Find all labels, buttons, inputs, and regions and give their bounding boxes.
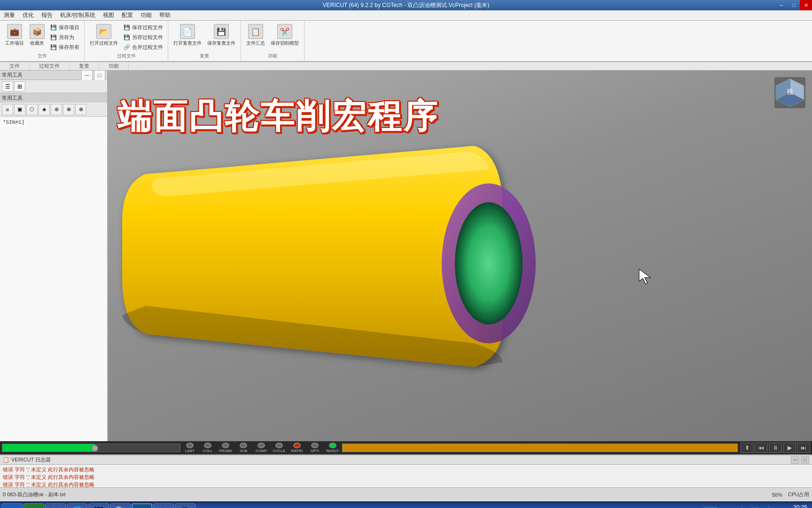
status-btn-cycle[interactable]: CYCLE — [271, 443, 288, 453]
svg-marker-7 — [639, 269, 650, 284]
ribbon-btn-save-review[interactable]: 💾 保存复查文件 — [205, 23, 238, 48]
left-icon-btn-1[interactable]: ≡ — [2, 104, 13, 115]
file-summary-icon: 📋 — [248, 24, 263, 39]
status-btn-coll[interactable]: COLL — [199, 443, 216, 453]
simulation-progress-bar[interactable] — [2, 444, 180, 452]
taskbar-app-excel[interactable]: X — [23, 503, 44, 508]
coll-circle — [204, 443, 211, 448]
section-label-process: 过程文件 — [30, 62, 70, 70]
ribbon-btn-project[interactable]: 💼 工作项目 — [3, 23, 26, 48]
log-line-2: 错误 字符 ';' 未定义 此行其余内容被忽略 — [3, 473, 809, 481]
log-title: VERICUT 日志器 — [11, 456, 51, 463]
status-btn-rapid[interactable]: RAPID — [289, 443, 305, 453]
playback-forward-btn[interactable]: ⏭ — [797, 443, 810, 453]
ribbon-toolbar: 💼 工作项目 📦 收藏夹 💾 保存项目 💾 另存为 💾 保存所有 — [0, 21, 812, 62]
log-minimize-btn[interactable]: ─ — [791, 456, 799, 464]
ribbon-btn-save-all[interactable]: 💾 保存所有 — [48, 42, 81, 52]
ready-circle — [329, 443, 336, 448]
ribbon-group-function: 📋 文件汇总 ✂️ 保存切削模型 功能 — [241, 21, 304, 61]
left-icon-btn-5[interactable]: ⊛ — [51, 104, 62, 115]
status-bar: 0 083-双凸油槽ok - 副本.txt 50% CPU占用 — [0, 487, 812, 501]
taskbar-app-vericut[interactable]: V — [132, 503, 152, 508]
limit-label: LIMIT — [185, 449, 195, 453]
minimize-button[interactable]: ─ — [775, 0, 788, 10]
left-icon-btn-6[interactable]: ⊕ — [63, 104, 74, 115]
ribbon-process-label: 过程文件 — [117, 52, 136, 59]
ribbon-btn-open-process[interactable]: 📂 打开过程文件 — [87, 23, 120, 48]
status-btn-limit[interactable]: LIMIT — [181, 443, 198, 453]
window-controls: ─ □ ✕ — [775, 0, 812, 10]
menu-item-help[interactable]: 帮助 — [156, 10, 174, 20]
cycle-circle — [275, 443, 283, 448]
viewport-canvas: 端面凸轮车削宏程序 — [108, 71, 812, 441]
taskbar-app-word[interactable]: W — [2, 503, 23, 508]
viewport[interactable]: 端面凸轮车削宏程序 — [108, 71, 812, 441]
ribbon-btn-save-as[interactable]: 💾 另存为 — [48, 32, 81, 42]
taskbar: W X 📁 🌐 🖼 🔍 V ⚙ 🏔 CH ⌨ 🔊 📶 🔋 20:25 2023-… — [0, 501, 812, 508]
ribbon-function-label: 功能 — [268, 52, 277, 59]
left-toolbar-btn-2[interactable]: ⊞ — [14, 81, 25, 92]
left-panel-minimize-btn[interactable]: ─ — [81, 70, 93, 80]
rapid-label: RAPID — [291, 449, 303, 453]
ribbon-btn-merge-process[interactable]: 🔗 合并过程文件 — [121, 42, 165, 52]
save-cut-model-icon: ✂️ — [277, 24, 292, 39]
taskbar-app-explorer[interactable]: 📁 — [45, 503, 66, 508]
comp-label: COMP — [256, 449, 267, 453]
left-panel-title: 常用工具 — [2, 71, 23, 79]
ribbon-btn-save-project[interactable]: 💾 保存项目 — [48, 23, 81, 32]
left-icon-btn-2[interactable]: ▣ — [14, 104, 25, 115]
ribbon-btn-save-process[interactable]: 💾 保存过程文件 — [121, 23, 165, 32]
ribbon-btn-open-review[interactable]: 📄 打开复查文件 — [171, 23, 204, 48]
playback-pause-btn[interactable]: ⏸ — [769, 443, 782, 453]
taskbar-app-search[interactable]: 🔍 — [110, 503, 131, 508]
taskbar-clock[interactable]: 20:25 2023-07-25 — [779, 504, 807, 508]
status-cpu-label: CPU占用 — [788, 491, 809, 498]
ribbon-file-small: 💾 保存项目 💾 另存为 💾 保存所有 — [48, 23, 81, 52]
ribbon-btn-file-summary[interactable]: 📋 文件汇总 — [244, 23, 267, 48]
menu-item-measure[interactable]: 测量 — [0, 10, 19, 20]
status-btn-probe[interactable]: PROBE — [217, 443, 234, 453]
ribbon-btn-favorites[interactable]: 📦 收藏夹 — [27, 23, 47, 48]
menu-item-function[interactable]: 功能 — [137, 10, 156, 20]
taskbar-app-photo[interactable]: 🏔 — [175, 503, 195, 508]
ribbon-btn-save-cut-model[interactable]: ✂️ 保存切削模型 — [268, 23, 301, 48]
left-panel-dock-btn[interactable]: □ — [94, 70, 105, 80]
ribbon-function-buttons: 📋 文件汇总 ✂️ 保存切削模型 — [244, 23, 301, 52]
status-btn-opti[interactable]: OPTI — [306, 443, 323, 453]
nav-cube[interactable]: 视 — [773, 76, 806, 109]
playback-rewind-btn[interactable]: ⏮ — [755, 443, 768, 453]
ribbon-file-label: 文件 — [38, 52, 47, 59]
viewport-status-bar: LIMIT COLL PROBE SUB COMP CYCLE RAPID OP… — [0, 441, 812, 454]
left-panel: 常用工具 ─ □ ☰ ⊞ 常用工具 ≡ ▣ ⬡ ◈ ⊛ ⊕ ⊗ *SIN#1] — [0, 71, 108, 441]
left-icon-btn-7[interactable]: ⊗ — [75, 104, 86, 115]
close-button[interactable]: ✕ — [800, 0, 812, 10]
ribbon-file-buttons: 💼 工作项目 📦 收藏夹 💾 保存项目 💾 另存为 💾 保存所有 — [3, 23, 81, 52]
menu-item-report[interactable]: 报告 — [38, 10, 56, 20]
ribbon-group-review: 📄 打开复查文件 💾 保存复查文件 复查 — [168, 21, 241, 61]
left-icon-btn-4[interactable]: ◈ — [39, 104, 50, 115]
menu-item-optimize[interactable]: 优化 — [19, 10, 38, 20]
left-icon-btn-3[interactable]: ⬡ — [26, 104, 38, 115]
ribbon-btn-save-process-as[interactable]: 💾 另存过程文件 — [121, 32, 165, 42]
menu-item-view[interactable]: 视图 — [99, 10, 118, 20]
save-as-icon: 💾 — [50, 33, 57, 41]
log-dock-btn[interactable]: □ — [801, 456, 809, 464]
status-btn-comp[interactable]: COMP — [253, 443, 270, 453]
menu-item-config[interactable]: 配置 — [118, 10, 137, 20]
status-btn-sub[interactable]: SUB — [235, 443, 252, 453]
left-code-area[interactable]: *SIN#1] — [0, 117, 107, 441]
maximize-button[interactable]: □ — [788, 0, 800, 10]
taskbar-app-browser[interactable]: 🌐 — [67, 503, 87, 508]
probe-label: PROBE — [219, 449, 232, 453]
viewport-title-overlay: 端面凸轮车削宏程序 — [117, 94, 439, 139]
status-btn-ready[interactable]: READY — [324, 443, 341, 453]
project-icon: 💼 — [7, 24, 22, 39]
left-toolbar-btn-1[interactable]: ☰ — [2, 81, 13, 92]
playback-up-btn[interactable]: ⬆ — [741, 443, 754, 453]
left-panel-icons: ≡ ▣ ⬡ ◈ ⊛ ⊕ ⊗ — [0, 103, 107, 117]
svg-text:视: 视 — [787, 88, 793, 95]
taskbar-app-gear[interactable]: ⚙ — [153, 503, 174, 508]
menu-item-machine[interactable]: 机床/控制系统 — [56, 10, 99, 20]
playback-play-btn[interactable]: ▶ — [783, 443, 796, 453]
taskbar-app-picture[interactable]: 🖼 — [88, 503, 109, 508]
